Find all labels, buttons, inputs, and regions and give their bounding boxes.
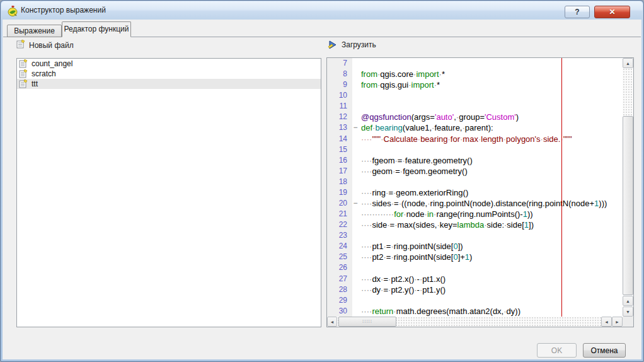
code-line[interactable]: 27····dx·=·pt2.x()·-·pt1.x() (327, 274, 623, 284)
tab-function-editor[interactable]: Редактор функций (62, 21, 131, 37)
line-number: 29 (327, 295, 350, 306)
code-line[interactable]: 24····pt1·=·ring.pointN(side[0]) (327, 241, 623, 252)
window-title: Конструктор выражений (21, 6, 106, 15)
whitespace-dot: · (369, 242, 372, 251)
whitespace-dot: · (372, 123, 375, 132)
hscroll-thumb[interactable]: ⁞⁞⁞⁞⁞ (338, 317, 396, 327)
vscroll-down-button[interactable]: ▼ (623, 307, 633, 317)
code-line[interactable]: 28····dy·=·pt2.y()·-·pt1.y() (327, 284, 623, 295)
file-name: ttt (32, 79, 38, 88)
line-number: 27 (327, 274, 350, 284)
fold-marker (350, 295, 361, 306)
whitespace-dot: · (432, 123, 434, 132)
hscroll-left-button-2[interactable]: ◄ (601, 317, 612, 327)
line-number: 19 (327, 187, 350, 198)
file-icon (19, 79, 28, 88)
vscroll-up-button[interactable]: ▲ (623, 58, 633, 68)
fold-marker (350, 155, 361, 166)
file-list-item[interactable]: count_angel (17, 59, 321, 69)
code-line[interactable]: 14····"""·Calculate·bearing·for·max·leng… (327, 134, 623, 144)
code-line[interactable]: 9from·qgis.gui·import·* (327, 79, 623, 90)
whitespace-dot: · (484, 220, 486, 230)
line-number: 20 (327, 198, 350, 209)
code-line[interactable]: 23 (327, 230, 623, 241)
code-text: ····dx·=·pt2.x()·-·pt1.x() (361, 274, 446, 284)
whitespace-dot: · (395, 156, 398, 165)
whitespace-dot: · (369, 156, 372, 165)
code-line[interactable]: 13−def·bearing(value1,·feature,·parent): (327, 122, 623, 133)
line-number: 17 (327, 166, 350, 177)
code-line[interactable]: 15 (327, 144, 623, 155)
fold-marker[interactable]: − (350, 122, 361, 133)
cancel-button[interactable]: Отмена (583, 343, 626, 358)
new-file-button[interactable]: Новый файл (16, 40, 74, 50)
code-line[interactable]: 11 (327, 101, 623, 112)
close-button[interactable]: ✕ (594, 6, 630, 18)
code-text: ····pt1·=·ring.pointN(side[0]) (361, 241, 463, 252)
code-line[interactable]: 22····side·=·max(sides,·key=lambda·side:… (327, 219, 623, 230)
left-arrow-icon: ◄ (604, 320, 609, 324)
whitespace-dot: · (391, 209, 394, 219)
code-line[interactable]: 30····return·math.degrees(math.atan2(dx,… (327, 306, 623, 317)
down-arrow-icon: ▼ (626, 310, 630, 314)
fold-marker (350, 187, 361, 198)
whitespace-dot: · (381, 134, 383, 144)
whitespace-dot: · (369, 134, 372, 144)
help-button[interactable]: ? (565, 6, 590, 18)
code-line[interactable]: 17····geom·=·fgeom.geometry() (327, 166, 623, 177)
code-line[interactable]: 21············for·node·in·range(ring.num… (327, 209, 623, 219)
whitespace-dot: · (391, 252, 393, 262)
hscroll-right-button[interactable]: ► (612, 317, 623, 327)
code-line[interactable]: 26 (327, 262, 623, 273)
code-line[interactable]: 7 (327, 58, 623, 69)
line-number: 25 (327, 252, 350, 262)
fold-marker[interactable]: − (350, 198, 361, 209)
fold-marker (350, 101, 361, 112)
whitespace-dot: · (448, 134, 451, 144)
code-line[interactable]: 29 (327, 295, 623, 306)
load-run-icon (328, 40, 338, 50)
line-number: 10 (327, 90, 350, 101)
whitespace-dot: · (541, 134, 543, 144)
ok-button[interactable]: OK (537, 343, 577, 358)
function-file-list[interactable]: count_angel scratch ttt (16, 58, 321, 327)
file-list-item[interactable]: ttt (17, 79, 321, 89)
code-line[interactable]: 19····ring·=·geom.exteriorRing() (327, 187, 623, 198)
whitespace-dot: · (381, 274, 383, 284)
title-bar[interactable]: Конструктор выражений ? ✕ (1, 1, 643, 20)
file-list-item[interactable]: scratch (17, 69, 321, 79)
tab-expression[interactable]: Выражение (7, 25, 62, 37)
whitespace-dot: · (377, 69, 380, 79)
fold-marker (350, 79, 361, 90)
line-number: 11 (327, 101, 350, 112)
code-text: ····return·math.degrees(math.atan2(dx,·d… (361, 306, 520, 317)
hscroll-left-button[interactable]: ◄ (327, 317, 337, 327)
code-line[interactable]: 16····fgeom·=·feature.geometry() (327, 155, 623, 166)
code-text: ····"""·Calculate·bearing·for·max·length… (361, 134, 572, 144)
code-line[interactable]: 20−····sides·=·((node,·ring.pointN(node)… (327, 198, 623, 209)
code-editor[interactable]: 78from·qgis.core·import·*9from·qgis.gui·… (326, 57, 634, 327)
vscroll-thumb[interactable] (623, 116, 633, 295)
whitespace-dot: · (414, 274, 417, 284)
code-line[interactable]: 8from·qgis.core·import·* (327, 69, 623, 79)
code-lines[interactable]: 78from·qgis.core·import·*9from·qgis.gui·… (327, 58, 623, 317)
code-text: ····side·=·max(sides,·key=lambda·side:·s… (361, 219, 534, 230)
fold-marker (350, 306, 361, 317)
whitespace-dot: · (388, 285, 391, 295)
code-line[interactable]: 25····pt2·=·ring.pointN(side[0]+1) (327, 252, 623, 262)
whitespace-dot: · (369, 252, 372, 262)
code-line[interactable]: 12@qgsfunction(args='auto',·group='Custo… (327, 112, 623, 122)
whitespace-dot: · (400, 166, 403, 176)
line-number: 15 (327, 144, 350, 155)
left-arrow-icon: ◄ (330, 320, 335, 324)
vscroll-up-button-2[interactable]: ▲ (623, 296, 633, 306)
whitespace-dot: · (504, 220, 507, 230)
whitespace-dot: · (391, 199, 394, 208)
line-number: 28 (327, 284, 350, 295)
load-button[interactable]: Загрузить (328, 40, 376, 50)
code-line[interactable]: 18 (327, 177, 623, 187)
right-arrow-icon: ► (615, 320, 619, 324)
fold-marker (350, 166, 361, 177)
whitespace-dot: · (478, 134, 481, 144)
code-line[interactable]: 10 (327, 90, 623, 101)
